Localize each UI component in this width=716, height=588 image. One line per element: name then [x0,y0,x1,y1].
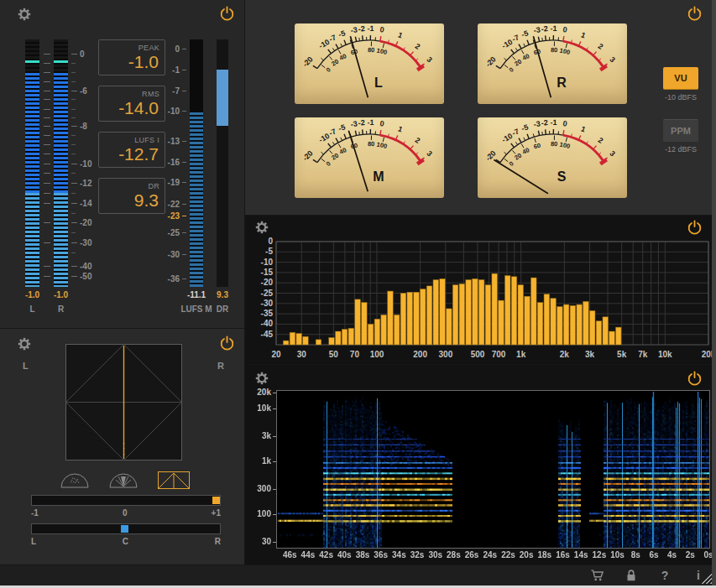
svg-text:10k: 10k [658,350,672,359]
svg-text:100: 100 [376,141,388,150]
settings-gear-icon[interactable] [254,220,269,235]
svg-text:S: S [557,169,567,184]
svg-text:-20: -20 [483,55,497,68]
svg-text:-35: -35 [261,309,274,318]
lufs-fill [190,112,203,287]
svg-text:2: 2 [597,136,605,145]
bal-center: C [123,537,128,546]
readout-label: RMS [142,90,159,98]
svg-text:-3: -3 [350,119,358,128]
svg-text:50: 50 [329,350,339,359]
left-channel-label: L [18,304,47,314]
svg-text:-7: -7 [511,127,520,137]
svg-text:-5: -5 [265,247,273,256]
svg-text:-1: -1 [550,118,557,127]
svg-text:3: 3 [608,149,617,159]
spectrum-analyzer-panel: 203050701002003005007001k2k3k5k7k10k20k0… [245,216,716,364]
power-toggle-icon[interactable] [687,371,703,387]
correlation-indicator[interactable] [212,497,220,504]
power-toggle-icon[interactable] [687,220,703,236]
scope-mode-diamond-button[interactable] [158,471,190,489]
settings-gear-icon[interactable] [17,7,32,22]
svg-text:-2: -2 [541,118,548,127]
svg-text:0: 0 [562,25,567,34]
scope-mode-rays-button[interactable] [107,471,139,489]
settings-gear-icon[interactable] [254,371,269,386]
svg-text:-40: -40 [261,319,274,328]
rms-readout-box: RMS -14.0 [98,86,165,122]
svg-text:3k: 3k [585,350,595,359]
svg-text:20: 20 [271,350,281,359]
ppm-mode-button[interactable]: PPM [663,119,698,142]
gonio-left-label: L [23,361,39,371]
power-toggle-icon[interactable] [687,6,703,22]
vu-mode-button[interactable]: VU [663,67,698,90]
svg-text:80: 80 [368,46,375,54]
svg-text:7k: 7k [638,350,648,359]
svg-text:500: 500 [471,350,485,359]
svg-text:0: 0 [379,119,384,128]
dr-label: DR [206,304,239,314]
svg-text:R: R [557,75,567,90]
bal-left: L [31,537,36,546]
svg-text:80: 80 [551,140,558,148]
vu-meters-panel: -20-10-7-5-3-2-10123020406080100L -20-10… [245,0,716,215]
svg-text:1k: 1k [516,350,526,359]
lock-icon[interactable] [624,568,639,583]
vu-meter-right: -20-10-7-5-3-2-10123020406080100R [478,23,627,104]
vu-meter-mid: -20-10-7-5-3-2-10123020406080100M [295,117,444,198]
dr-readout-box: DR 9.3 [98,178,165,214]
svg-text:-30: -30 [261,299,274,308]
vu-reference-caption: -10 dBFS [654,93,708,101]
ppm-reference-caption: -12 dBFS [654,145,708,154]
svg-text:2: 2 [414,42,422,51]
svg-text:1: 1 [580,31,587,40]
svg-text:100: 100 [376,47,388,56]
svg-text:0: 0 [379,25,384,34]
svg-text:80: 80 [551,46,558,54]
svg-text:-10: -10 [261,258,274,267]
correlation-meter[interactable] [31,495,221,506]
spectrum-plot: 203050701002003005007001k2k3k5k7k10k20k0… [245,216,716,364]
readout-label: PEAK [138,44,159,52]
svg-text:700: 700 [492,350,506,359]
svg-text:80: 80 [368,140,375,148]
power-toggle-icon[interactable] [219,6,235,22]
svg-text:70: 70 [350,350,360,359]
readout-label: LUFS I [134,136,159,144]
svg-text:1: 1 [580,125,587,134]
help-icon[interactable]: ? [657,568,672,583]
balance-scale: L C R [31,537,221,546]
audio-meter-suite: 0-6-8-10-12-14-20-30-40-50 PEAK -1.0 RMS… [0,0,716,588]
svg-text:-7: -7 [511,33,520,43]
balance-meter[interactable] [31,523,221,534]
svg-text:-25: -25 [261,289,274,298]
svg-text:-20: -20 [301,148,314,162]
readout-value: 9.3 [134,190,159,211]
spectrogram-panel: 20k10k3k1k30010030 46s44s42s40s38s36s34s… [245,365,716,565]
power-toggle-icon[interactable] [219,336,235,351]
scope-mode-cloud-button[interactable] [59,471,91,489]
svg-text:60: 60 [533,142,541,151]
svg-text:0: 0 [268,237,273,246]
corr-max: +1 [212,508,221,518]
level-meter-left [25,39,39,287]
cart-icon[interactable] [590,568,605,583]
readout-value: -14.0 [118,98,159,118]
level-meters-panel: 0-6-8-10-12-14-20-30-40-50 PEAK -1.0 RMS… [0,0,244,328]
meter-fill-upper [25,73,39,193]
svg-text:30: 30 [297,350,307,359]
dr-value: 9.3 [206,290,239,299]
svg-text:300: 300 [439,350,453,359]
svg-text:-20: -20 [301,55,314,68]
svg-text:-3: -3 [533,119,541,128]
settings-gear-icon[interactable] [17,336,32,351]
svg-text:2k: 2k [560,350,570,359]
readout-value: -1.0 [128,52,159,72]
goniometer-panel: L R [0,329,244,565]
balance-indicator[interactable] [121,525,128,533]
svg-text:100: 100 [370,350,384,359]
lufs-i-readout-box: LUFS I -12.7 [98,132,165,168]
svg-text:-5: -5 [337,29,347,39]
svg-text:3: 3 [608,55,617,65]
